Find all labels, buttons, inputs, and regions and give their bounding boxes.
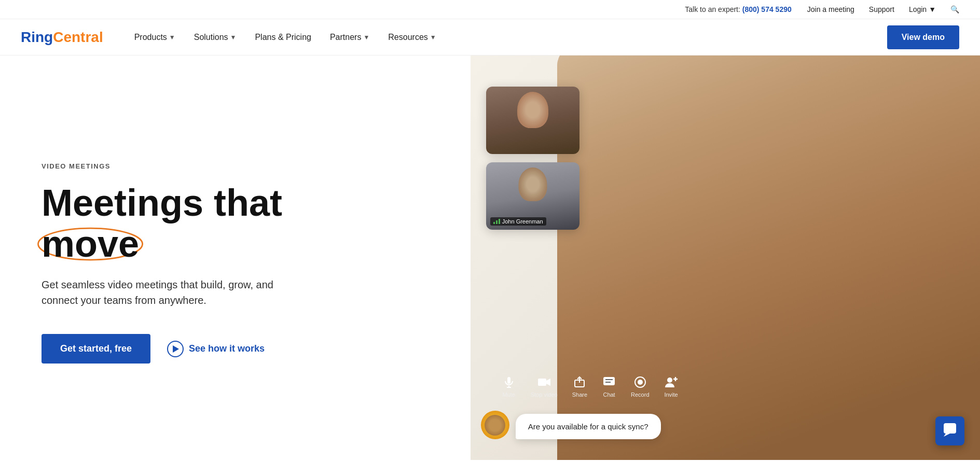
chat-bubble: Are you available for a quick sync? [516,414,661,439]
hero-section: VIDEO MEETINGS Meetings that move Get se… [0,55,980,460]
hero-visual-right: John Greenman Mute [471,55,980,460]
support-chat-button[interactable] [935,416,964,445]
login-button[interactable]: Login ▼ [909,5,936,13]
microphone-icon [503,376,515,388]
svg-rect-5 [603,377,615,385]
invite-label: Invite [664,392,678,398]
share-control[interactable]: Share [572,375,587,398]
logo-ring: Ring [21,29,53,46]
logo[interactable]: RingCentral [21,29,103,46]
chevron-down-icon: ▼ [929,5,936,13]
logo-central: Central [53,29,103,46]
play-triangle-icon [173,345,179,353]
nav-item-resources[interactable]: Resources ▼ [388,33,436,42]
nav-item-plans-pricing[interactable]: Plans & Pricing [255,33,311,42]
avatar [481,411,509,439]
chat-control[interactable]: Chat [602,375,616,398]
svg-marker-3 [546,379,550,386]
chat-icon [602,375,616,389]
camera-icon [537,375,551,389]
view-demo-button[interactable]: View demo [887,25,959,49]
play-icon [167,341,184,357]
participant-name-tag: John Greenman [490,217,546,226]
chevron-down-icon: ▼ [430,34,436,41]
nav-item-solutions[interactable]: Solutions ▼ [194,33,237,42]
phone-link[interactable]: (800) 574 5290 [742,5,792,13]
mute-control[interactable]: Mute [502,375,516,398]
main-nav: RingCentral Products ▼ Solutions ▼ Plans… [0,19,980,55]
record-icon [633,375,647,389]
svg-rect-2 [538,379,546,386]
hero-label: VIDEO MEETINGS [42,162,439,170]
svg-rect-1 [507,377,510,384]
share-label: Share [572,392,587,398]
nav-item-products[interactable]: Products ▼ [134,33,175,42]
top-bar: Talk to an expert: (800) 574 5290 Join a… [0,0,980,19]
meeting-controls-bar: Mute Stop video Share [502,375,679,398]
avatar-face [485,415,505,436]
share-icon [572,375,587,389]
chat-bubble-icon [943,422,957,440]
hero-move-word: move [42,223,139,264]
invite-icon [664,375,679,389]
hero-background-image [557,55,980,460]
signal-icon [493,219,500,224]
invite-control[interactable]: Invite [664,375,679,398]
record-control[interactable]: Record [631,375,649,398]
video-tile-person1 [486,87,579,154]
hero-content-left: VIDEO MEETINGS Meetings that move Get se… [0,55,471,460]
svg-point-9 [638,380,643,385]
stop-video-label: Stop video [531,392,558,398]
hero-subtext: Get seamless video meetings that build, … [42,277,311,308]
mute-icon [502,375,516,389]
svg-rect-13 [944,423,956,434]
contact-text: Talk to an expert: (800) 574 5290 [685,5,791,13]
mute-label: Mute [502,392,515,398]
support-link[interactable]: Support [869,5,894,13]
nav-links: Products ▼ Solutions ▼ Plans & Pricing P… [134,33,887,42]
record-label: Record [631,392,649,398]
nav-item-partners[interactable]: Partners ▼ [330,33,369,42]
see-how-button[interactable]: See how it works [167,341,265,357]
top-bar-links: Join a meeting Support Login ▼ 🔍 [807,5,959,13]
chat-label: Chat [603,392,615,398]
chat-bubble-area: Are you available for a quick sync? [481,411,661,439]
search-icon[interactable]: 🔍 [950,5,959,13]
chevron-down-icon: ▼ [169,34,175,41]
get-started-button[interactable]: Get started, free [42,334,150,364]
chevron-down-icon: ▼ [230,34,237,41]
hero-headline: Meetings that move [42,183,439,264]
svg-marker-14 [944,434,950,437]
chevron-down-icon: ▼ [363,34,369,41]
stop-video-control[interactable]: Stop video [531,375,558,398]
hero-actions: Get started, free See how it works [42,334,439,364]
video-tiles-panel: John Greenman [486,87,579,230]
video-tile-person2: John Greenman [486,162,579,230]
join-meeting-link[interactable]: Join a meeting [807,5,854,13]
svg-point-10 [667,378,672,383]
